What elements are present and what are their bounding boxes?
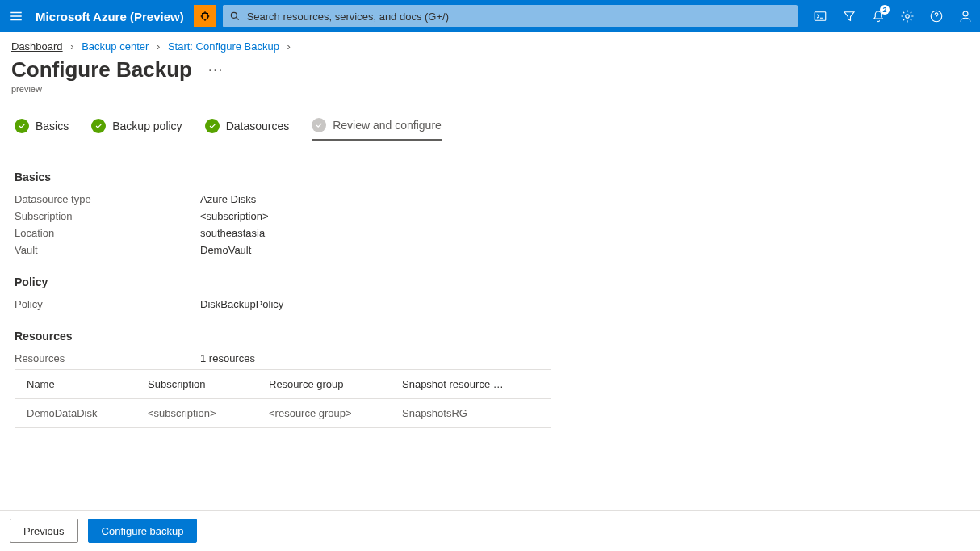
cell-resource-group: <resource group> xyxy=(258,399,391,427)
settings-icon[interactable] xyxy=(893,0,922,32)
wizard-footer: Previous Configure backup xyxy=(0,510,980,551)
col-snapshot-rg[interactable]: Snapshot resource … xyxy=(391,370,551,398)
feedback-icon[interactable] xyxy=(951,0,980,32)
check-icon xyxy=(15,119,29,133)
step-review[interactable]: Review and configure xyxy=(312,118,442,141)
breadcrumb-dashboard[interactable]: Dashboard xyxy=(11,40,63,53)
cell-name: DemoDataDisk xyxy=(15,399,136,427)
preview-bug-icon[interactable] xyxy=(194,5,216,27)
help-icon[interactable] xyxy=(922,0,951,32)
policy-heading: Policy xyxy=(15,276,965,288)
breadcrumb: Dashboard › Backup center › Start: Confi… xyxy=(0,32,980,53)
notifications-icon[interactable]: 2 xyxy=(864,0,893,32)
chevron-right-icon: › xyxy=(70,40,73,53)
check-icon xyxy=(205,119,220,133)
basics-section: Basics Datasource typeAzure Disks Subscr… xyxy=(15,170,965,256)
kv-subscription: Subscription<subscription> xyxy=(15,210,965,222)
more-actions-icon[interactable]: ··· xyxy=(208,63,224,78)
kv-resources-count: Resources1 resources xyxy=(15,352,965,364)
table-header-row: Name Subscription Resource group Snapsho… xyxy=(15,370,551,399)
previous-button[interactable]: Previous xyxy=(10,519,78,543)
cell-snapshot-rg: SnapshotsRG xyxy=(391,399,551,427)
step-backup-policy[interactable]: Backup policy xyxy=(91,118,182,141)
step-label: Basics xyxy=(36,120,69,132)
svg-point-5 xyxy=(963,11,968,16)
policy-section: Policy PolicyDiskBackupPolicy xyxy=(15,276,965,310)
topbar-actions: 2 xyxy=(806,0,980,32)
step-label: Datasources xyxy=(226,120,290,132)
configure-backup-button[interactable]: Configure backup xyxy=(88,519,198,543)
global-search[interactable] xyxy=(223,5,798,27)
cell-subscription: <subscription> xyxy=(136,399,258,427)
svg-point-1 xyxy=(231,12,237,18)
top-bar: Microsoft Azure (Preview) 2 xyxy=(0,0,980,32)
check-icon xyxy=(91,119,106,133)
hamburger-menu[interactable] xyxy=(0,0,32,32)
brand-label[interactable]: Microsoft Azure (Preview) xyxy=(32,10,194,23)
cloud-shell-icon[interactable] xyxy=(806,0,835,32)
page-header: Configure Backup ··· xyxy=(0,53,980,84)
resources-section: Resources Resources1 resources Name Subs… xyxy=(15,330,965,428)
review-content: Basics Datasource typeAzure Disks Subscr… xyxy=(0,141,980,428)
basics-heading: Basics xyxy=(15,170,965,183)
notification-badge: 2 xyxy=(880,5,890,15)
check-icon xyxy=(312,118,326,132)
kv-datasource-type: Datasource typeAzure Disks xyxy=(15,193,965,205)
page-title: Configure Backup xyxy=(11,57,192,82)
chevron-right-icon: › xyxy=(157,40,160,53)
filter-icon[interactable] xyxy=(835,0,864,32)
table-row: DemoDataDisk <subscription> <resource gr… xyxy=(15,399,551,427)
col-name[interactable]: Name xyxy=(15,370,136,398)
svg-rect-2 xyxy=(815,12,826,21)
col-subscription[interactable]: Subscription xyxy=(136,370,258,398)
step-basics[interactable]: Basics xyxy=(15,118,69,141)
kv-location: Locationsoutheastasia xyxy=(15,227,965,239)
breadcrumb-backup-center[interactable]: Backup center xyxy=(82,40,149,53)
search-icon xyxy=(229,11,241,22)
step-datasources[interactable]: Datasources xyxy=(205,118,290,141)
svg-point-3 xyxy=(906,15,910,19)
breadcrumb-start-configure[interactable]: Start: Configure Backup xyxy=(168,40,279,53)
wizard-steps: Basics Backup policy Datasources Review … xyxy=(0,108,980,141)
chevron-right-icon: › xyxy=(287,40,291,53)
kv-vault: VaultDemoVault xyxy=(15,244,965,256)
preview-label: preview xyxy=(0,84,980,108)
resources-table: Name Subscription Resource group Snapsho… xyxy=(15,369,551,428)
col-resource-group[interactable]: Resource group xyxy=(258,370,391,398)
step-label: Review and configure xyxy=(333,119,442,132)
resources-heading: Resources xyxy=(15,330,965,343)
step-label: Backup policy xyxy=(112,120,182,132)
kv-policy: PolicyDiskBackupPolicy xyxy=(15,298,965,310)
search-input[interactable] xyxy=(247,11,791,23)
